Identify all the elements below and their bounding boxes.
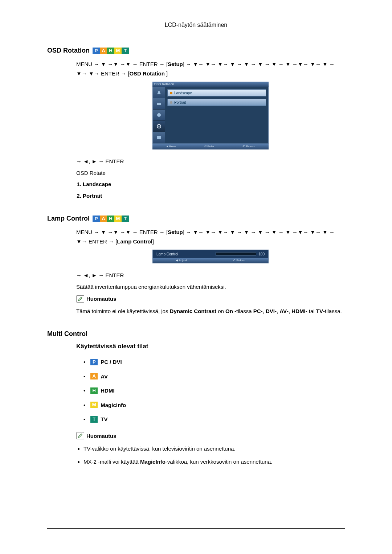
svg-rect-0 <box>157 103 161 105</box>
osd-option-portrait: Portrait <box>167 99 266 106</box>
multi-control-notes: TV-valikko on käytettävissä, kun televis… <box>76 444 345 466</box>
note-item-1: TV-valikko on käytettävissä, kun televis… <box>83 444 345 454</box>
osd-side-item-3 <box>153 110 165 121</box>
svg-rect-4 <box>157 136 161 139</box>
badge-m-icon: M <box>90 402 98 408</box>
osd-rotation-nav2: → ◄, ► → ENTER <box>76 157 345 166</box>
badge-m-icon: M <box>114 216 122 222</box>
lamp-slider: 100 <box>216 251 265 257</box>
path-setup: [Setup] <box>166 229 184 235</box>
mode-item-tv: T TV <box>83 415 345 424</box>
lamp-footer: ◆ Adjust ↶ Return <box>153 258 268 263</box>
path-target-close: ] <box>165 70 168 77</box>
t: DVI <box>266 308 275 314</box>
path-setup-label: Setup <box>168 229 183 235</box>
lamp-value: 100 <box>258 251 265 257</box>
lamp-control-menu-path: MENU → ▼ →▼ →▼ → ENTER → [Setup] → ▼→ ▼→… <box>76 227 345 246</box>
osd-side-item-4-selected <box>153 121 165 132</box>
t: Tämä toiminto ei ole käytettävissä, jos <box>76 308 170 314</box>
lamp-control-heading: Lamp Control P A H M T <box>47 215 345 222</box>
osd-footer-return: ↶ Return <box>242 144 254 149</box>
t: MX-2 -malli voi käyttää <box>83 459 140 465</box>
osd-footer-enter: ⏎ Enter <box>204 144 214 149</box>
t: On <box>225 308 233 314</box>
multi-control-heading: Multi Control <box>47 330 345 338</box>
bottom-divider <box>47 528 345 529</box>
badge-a-icon: A <box>90 373 98 379</box>
t: - tai <box>306 308 316 314</box>
badge-p-icon: P <box>93 216 100 222</box>
mode-hdmi-label: HDMI <box>101 386 114 395</box>
osd-sidebar <box>153 87 165 143</box>
t: Dynamic Contrast <box>170 308 216 314</box>
mode-av-label: AV <box>101 372 108 381</box>
svg-point-3 <box>159 126 160 127</box>
mode-item-magicinfo: M MagicInfo <box>83 401 345 410</box>
badge-row: P A H M T <box>93 48 129 54</box>
badge-t-icon: T <box>90 416 98 423</box>
lamp-control-nav2: → ◄, ► → ENTER <box>76 271 345 280</box>
list-item-portrait: Portrait <box>83 191 345 201</box>
radio-dot-icon <box>170 92 172 94</box>
badge-p-icon: P <box>90 359 98 365</box>
note-row: Huomautus <box>76 294 345 304</box>
badge-row: P A H M T <box>93 216 129 222</box>
lamp-control-desc: Säätää invertterilamppua energiankulutuk… <box>76 282 345 292</box>
badge-t-icon: T <box>122 216 129 222</box>
osd-rotation-heading-text: OSD Rotation <box>47 47 90 54</box>
badge-a-icon: A <box>100 48 107 54</box>
badge-h-icon: H <box>90 387 98 394</box>
t: -tilassa. <box>323 308 342 314</box>
list-item-landscape: Landscape <box>83 180 345 189</box>
mode-tv-label: TV <box>101 415 107 424</box>
t: -, <box>261 308 266 314</box>
mode-item-av: A AV <box>83 372 345 381</box>
t: -, <box>287 308 291 314</box>
note-label: Huomautus <box>86 431 117 441</box>
osd-side-item-5 <box>153 132 165 143</box>
path-target: OSD Rotation <box>129 70 165 77</box>
path-target: Lamp Control <box>117 238 152 245</box>
note-row: Huomautus <box>76 431 345 441</box>
available-modes-heading: Käytettävissä olevat tilat <box>76 343 345 350</box>
note-icon <box>76 432 84 439</box>
badge-p-icon: P <box>93 48 100 54</box>
osd-side-item-1 <box>153 87 165 98</box>
note-item-2: MX-2 -malli voi käyttää MagicInfo-valikk… <box>83 457 345 467</box>
lamp-footer-return: ↶ Return <box>233 258 245 263</box>
osd-title-bar: OSD Rotation <box>152 82 269 87</box>
lamp-track <box>216 252 256 256</box>
t: on <box>218 308 225 314</box>
lamp-control-screenshot: Lamp Control 100 ◆ Adjust ↶ Return <box>152 250 269 263</box>
badge-h-icon: H <box>107 216 114 222</box>
note-icon <box>76 295 84 303</box>
t: -tilassa <box>234 308 253 314</box>
osd-rotation-menu-path: MENU → ▼ →▼ →▼ → ENTER → [Setup] → ▼→ ▼→… <box>76 59 345 78</box>
path-setup: [Setup] <box>166 61 184 67</box>
top-divider <box>47 32 345 32</box>
osd-option-portrait-label: Portrait <box>174 99 186 106</box>
lamp-row: Lamp Control 100 <box>153 250 268 258</box>
modes-list: P PC / DVI A AV H HDMI M MagicInfo T TV <box>76 357 345 424</box>
lamp-control-heading-text: Lamp Control <box>47 215 90 222</box>
badge-m-icon: M <box>114 48 122 54</box>
osd-rotate-label: OSD Rotate <box>76 168 345 178</box>
osd-option-landscape: Landscape <box>167 89 266 97</box>
mode-magic-label: MagicInfo <box>101 401 126 410</box>
mode-pc-label: PC / DVI <box>101 357 122 367</box>
t: -, <box>275 308 279 314</box>
badge-a-icon: A <box>100 216 107 222</box>
t: MagicInfo <box>140 459 166 465</box>
lamp-note-text: Tämä toiminto ei ole käytettävissä, jos … <box>76 307 345 316</box>
radio-dot-icon <box>170 101 172 104</box>
path-seg: MENU → ▼ →▼ →▼ → ENTER → <box>76 229 166 235</box>
osd-main-panel: Landscape Portrait <box>165 87 268 143</box>
badge-t-icon: T <box>122 48 129 54</box>
t: HDMI <box>291 308 305 314</box>
osd-footer-move: ♦ Move <box>167 144 176 149</box>
t: AV <box>279 308 287 314</box>
multi-control-heading-text: Multi Control <box>47 330 87 338</box>
t: PC <box>253 308 261 314</box>
path-seg: MENU → ▼ →▼ →▼ → ENTER → <box>76 61 166 67</box>
mode-item-pc: P PC / DVI <box>83 357 345 367</box>
